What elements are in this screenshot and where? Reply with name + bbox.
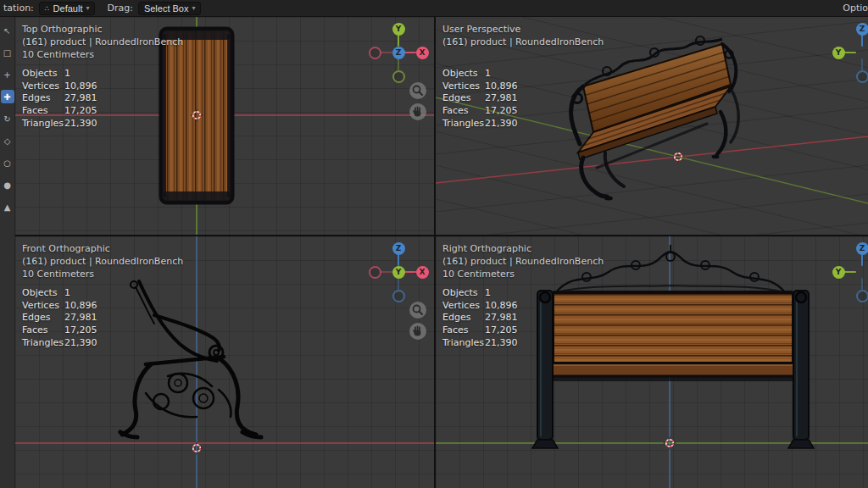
tool-measure[interactable]: ▲ [1, 200, 14, 214]
gizmo-z-axis[interactable]: Z [856, 23, 868, 36]
viewport-info: Front Orthographic (161) product | Round… [22, 242, 183, 280]
viewport-info: Right Orthographic (161) product | Round… [442, 242, 604, 280]
toolbar: ↖ □ + ✚ ↻ ◇ ○ ● ▲ [0, 17, 15, 488]
viewport-stats: Objects1 Vertices10,896 Edges27,981 Face… [442, 68, 518, 130]
select-mode-dropdown[interactable]: Select Box ▾ [138, 2, 202, 15]
orientation-label: tation: [3, 3, 34, 14]
gizmo-z-neg[interactable] [392, 290, 405, 302]
tool-select-box[interactable]: □ [1, 46, 14, 59]
viewport-subtitle: (161) product | RoundedIronBench [442, 36, 604, 48]
drag-label: Drag: [107, 3, 132, 14]
options-label[interactable]: Optio [843, 3, 868, 14]
pan-hand-icon[interactable] [409, 103, 426, 120]
select-box-icon: □ [3, 48, 11, 58]
zoom-icon[interactable] [409, 82, 426, 99]
viewport-right-orthographic[interactable]: Right Orthographic (161) product | Round… [436, 236, 868, 488]
viewport-subtitle: (161) product | RoundedIronBench [442, 255, 604, 268]
zoom-icon[interactable] [409, 302, 426, 319]
viewport-title: Top Orthographic [22, 23, 183, 36]
gizmo-x-neg[interactable] [369, 266, 381, 279]
nav-gizmo[interactable]: Z X Y [364, 237, 433, 307]
viewport-info: User Perspective (161) product | Rounded… [442, 23, 604, 48]
viewport-subtitle: (161) product | RoundedIronBench [22, 36, 183, 48]
annotate-icon: ● [3, 180, 11, 190]
gizmo-y-neg[interactable] [392, 70, 405, 83]
viewport-title: User Perspective [442, 23, 604, 36]
viewport-subtitle: (161) product | RoundedIronBench [22, 255, 183, 268]
viewport-front-orthographic[interactable]: Front Orthographic (161) product | Round… [15, 236, 434, 488]
transform-orientation-dropdown[interactable]: ∴ Default ▾ [39, 2, 96, 15]
chevron-down-icon: ▾ [192, 5, 195, 12]
tool-cursor[interactable]: + [1, 68, 14, 81]
chevron-down-icon: ▾ [86, 5, 89, 12]
transform-icon: ○ [3, 158, 11, 168]
gizmo-x-axis[interactable]: X [416, 47, 429, 59]
gizmo-y-axis[interactable]: Y [392, 266, 405, 279]
viewport-stats: Objects1 Vertices10,896 Edges27,981 Face… [442, 287, 518, 350]
viewport-title: Front Orthographic [22, 242, 183, 255]
bench-model-perspective[interactable] [554, 24, 771, 210]
gizmo-x-neg[interactable] [369, 47, 381, 59]
nav-gizmo[interactable]: Z Y X [827, 18, 868, 87]
gizmo-z-neg[interactable] [856, 290, 868, 302]
tool-annotate[interactable]: ● [1, 178, 14, 191]
rotate-icon: ↻ [3, 114, 10, 124]
tool-tweak[interactable]: ↖ [1, 24, 14, 37]
3d-cursor [671, 150, 685, 164]
viewport-stats: Objects1 Vertices10,896 Edges27,981 Face… [22, 68, 97, 130]
nav-gizmo[interactable]: Z Y X [827, 237, 868, 307]
viewport-user-perspective[interactable]: User Perspective (161) product | Rounded… [436, 17, 868, 235]
scale-icon: ◇ [4, 136, 11, 146]
viewport-scale: 10 Centimeters [22, 268, 183, 280]
3d-cursor [663, 436, 676, 450]
top-header-bar: tation: ∴ Default ▾ Drag: Select Box ▾ O… [0, 0, 868, 17]
quad-view-horizontal-divider[interactable] [15, 235, 868, 236]
viewport-info: Top Orthographic (161) product | Rounded… [22, 23, 183, 61]
gizmo-y-axis[interactable]: Y [832, 47, 845, 59]
viewport-stats: Objects1 Vertices10,896 Edges27,981 Face… [22, 287, 97, 350]
viewport-title: Right Orthographic [442, 242, 604, 255]
gizmo-z-axis[interactable]: Z [856, 242, 868, 255]
tool-move[interactable]: ✚ [1, 90, 14, 103]
tweak-icon: ↖ [3, 26, 10, 36]
quad-view-vertical-divider[interactable] [434, 17, 436, 488]
select-mode-value: Select Box [144, 3, 189, 14]
gizmo-z-neg[interactable] [856, 70, 868, 83]
gizmo-y-axis[interactable]: Y [392, 23, 405, 36]
tool-transform[interactable]: ○ [1, 156, 14, 169]
orientation-icon: ∴ [45, 4, 50, 13]
viewport-scale: 10 Centimeters [442, 268, 604, 280]
cursor-icon: + [3, 70, 10, 80]
gizmo-z-axis[interactable]: Z [392, 242, 405, 255]
orientation-value: Default [53, 3, 83, 14]
viewport-top-orthographic[interactable]: Top Orthographic (161) product | Rounded… [15, 17, 434, 235]
gizmo-y-axis[interactable]: Y [832, 266, 845, 279]
bench-model-front-view[interactable] [117, 274, 282, 457]
3d-cursor [190, 108, 203, 122]
move-icon: ✚ [3, 92, 10, 102]
measure-icon: ▲ [4, 202, 11, 212]
nav-gizmo[interactable]: Y X Z [364, 18, 433, 87]
gizmo-z-axis[interactable]: Z [392, 47, 405, 59]
viewport-scale: 10 Centimeters [22, 48, 183, 61]
tool-scale[interactable]: ◇ [1, 134, 14, 147]
3d-cursor [190, 441, 203, 455]
pan-hand-icon[interactable] [409, 323, 426, 340]
gizmo-x-axis[interactable]: X [416, 266, 429, 279]
tool-rotate[interactable]: ↻ [1, 112, 14, 125]
